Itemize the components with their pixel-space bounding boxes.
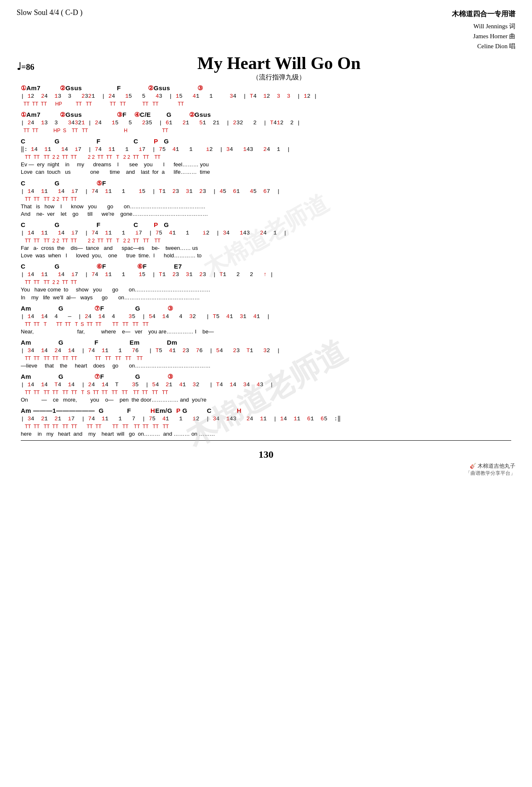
title-section: My Heart Will Go On （流行指弹九级） xyxy=(42,53,515,82)
tt-row-4: TT TT TT 2 2 TT TT xyxy=(21,196,511,203)
lyric-row-9: On — ce more, you o— pen the door…………… a… xyxy=(21,396,511,404)
lyric-row-4b: And ne- ver let go till we're gone………………… xyxy=(21,210,511,218)
chords-row-6: C G ⑥F ⑥F E7 xyxy=(21,262,511,271)
subtitle: （流行指弹九级） xyxy=(42,73,515,82)
chords-row-9: Am G ⑦F G ③ xyxy=(21,372,511,381)
tt-row-1: TT TT TT HP TT TT TT TT TT TT TT xyxy=(21,101,511,108)
lyric-row-6b: In my life we'll al— ways go on………………………… xyxy=(21,294,511,301)
tt-row-3: TT TT TT 2 2 TT TT 2 2 TT TT T 2 2 TT TT… xyxy=(21,154,511,161)
credit-2: James Horner 曲 xyxy=(452,31,515,41)
notes-row-7: | 14 14 4 — | 24 14 4 35 | 54 14 4 32 | … xyxy=(21,313,511,321)
brand-credits: 木棉道四合一专用谱 Will Jennings 词 James Horner 曲… xyxy=(452,8,515,51)
row-10: Am ———1—————— G F HEm/G P G C H | 34 21 … xyxy=(21,406,511,438)
tt-row-9: TT TT TT TT TT TT T S TT TT TT TT TT TT … xyxy=(21,390,511,396)
tempo: ♩=86 xyxy=(17,61,34,72)
lyric-row-7: Near, far, where e— ver you are…………… I b… xyxy=(21,328,511,336)
row-5: C G F C P G | 14 11 14 i7 | 74 11 1 i7 |… xyxy=(21,220,511,259)
chords-row-10: Am ———1—————— G F HEm/G P G C H xyxy=(21,406,511,415)
tt-row-10: TT TT TT TT TT TT TT TT TT TT TT TT TT T… xyxy=(21,424,511,430)
credit-1: Will Jennings 词 xyxy=(452,21,515,31)
notes-row-5: | 14 11 14 i7 | 74 11 1 i7 | 75 41 1 i2 … xyxy=(21,229,511,238)
lyric-row-5a: Far a- cross the dis— tance and spac—es … xyxy=(21,244,511,252)
notes-row-9: | 14 14 T4 14 | 24 14 T 35 | 54 21 41 32… xyxy=(21,381,511,390)
row-1: ①Am7 ②Gsus F ②Gsus ③ | 12 24 13 3 2321 |… xyxy=(21,84,511,108)
chords-row-7: Am G ⑦F G ③ xyxy=(21,304,511,313)
chords-row-5: C G F C P G xyxy=(21,220,511,229)
notes-row-10: | 34 21 21 i7 | 74 11 1 7 | 75 41 1 i2 |… xyxy=(21,415,511,424)
row-2: ①Am7 ②Gsus ③F ④C/E G ②Gsus | 24 13 3 343… xyxy=(21,110,511,134)
page: Slow Soul 4/4 ( C-D ) 木棉道四合一专用谱 Will Jen… xyxy=(0,0,532,787)
lyric-row-3a: Ev — ery night in my dreams I see you I … xyxy=(21,161,511,168)
row-9: Am G ⑦F G ③ | 14 14 T4 14 | 24 14 T 35 |… xyxy=(21,372,511,404)
row-7: Am G ⑦F G ③ | 14 14 4 — | 24 14 4 35 | 5… xyxy=(21,304,511,336)
chords-row-8: Am G F Em Dm xyxy=(21,338,511,347)
tt-row-5: TT TT TT 2 2 TT TT 2 2 TT TT T 2 2 TT TT… xyxy=(21,238,511,244)
row-4: C G ⑤F | 14 11 14 i7 | 74 11 1 15 | T1 2… xyxy=(21,179,511,218)
row-3: C G F C P G ‖: 14 11 14 i7 | 74 11 1 i7 … xyxy=(21,137,511,176)
footer-sub: 「曲谱教学分享平台」 xyxy=(17,470,515,477)
lyric-row-8: —lieve that the heart does go on……………………… xyxy=(21,362,511,370)
chords-row-2: ①Am7 ②Gsus ③F ④C/E G ②Gsus xyxy=(21,110,511,119)
notes-row-3: ‖: 14 11 14 i7 | 74 11 1 i7 | 75 41 1 i2… xyxy=(21,146,511,154)
page-number: 130 xyxy=(17,449,515,460)
notes-row-6: | 14 11 14 i7 | 74 11 1 15 | T1 23 31 23… xyxy=(21,271,511,279)
brand-title: 木棉道四合一专用谱 xyxy=(452,8,515,20)
lyric-row-5b: Love was when I loved you, one true time… xyxy=(21,252,511,259)
lyric-row-3b: Love can touch us one time and last for … xyxy=(21,168,511,176)
notes-row-1: | 12 24 13 3 2321 | 24 15 5 43 | 15 41 1… xyxy=(21,93,511,101)
bottom-divider xyxy=(21,440,511,441)
header: Slow Soul 4/4 ( C-D ) 木棉道四合一专用谱 Will Jen… xyxy=(17,8,515,51)
notes-row-8: | 34 14 24 14 | 74 11 1 76 | T5 41 23 76… xyxy=(21,347,511,355)
main-title: My Heart Will Go On xyxy=(42,53,515,73)
chords-row-3: C G F C P G xyxy=(21,137,511,146)
tt-row-8: TT TT TT TT TT TT TT TT TT TT TT xyxy=(21,355,511,362)
notes-row-2: | 24 13 3 34321 | 24 15 5 235 | 61 21 51… xyxy=(21,119,511,128)
tt-row-2: TT TT HP S TT TT H TT xyxy=(21,128,511,134)
row-6: C G ⑥F ⑥F E7 | 14 11 14 i7 | 74 11 1 15 … xyxy=(21,262,511,301)
lyric-row-4a: That is how I know you go on………………………………… xyxy=(21,203,511,210)
lyric-row-6a: You have come to show you go on………………………… xyxy=(21,286,511,294)
chords-row-4: C G ⑤F xyxy=(21,179,511,188)
lyric-row-10: here in my heart and my heart will go on… xyxy=(21,430,511,438)
brand-icon: 🎸 xyxy=(470,463,478,469)
note-symbol: ♩ xyxy=(17,61,21,72)
tt-row-6: TT TT TT 2 2 TT TT xyxy=(21,279,511,286)
music-content: ①Am7 ②Gsus F ②Gsus ③ | 12 24 13 3 2321 |… xyxy=(17,84,515,441)
row-8: Am G F Em Dm | 34 14 24 14 | 74 11 1 76 … xyxy=(21,338,511,370)
chords-row-1: ①Am7 ②Gsus F ②Gsus ③ xyxy=(21,84,511,93)
style-label: Slow Soul 4/4 ( C-D ) xyxy=(17,8,83,17)
footer-brand: 🎸 木棉道吉他丸子 xyxy=(17,462,515,470)
notes-row-4: | 14 11 14 i7 | 74 11 1 15 | T1 23 31 23… xyxy=(21,188,511,196)
tt-row-7: TT TT T TT TT T S TT TT TT TT TT TT xyxy=(21,321,511,328)
credit-3: Celine Dion 唱 xyxy=(452,41,515,51)
